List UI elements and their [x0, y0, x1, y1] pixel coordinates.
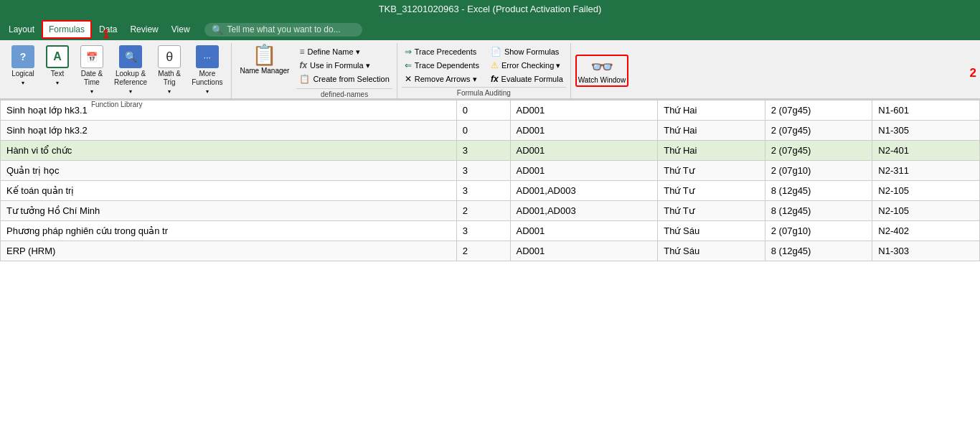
text-dropdown: ▾ — [56, 80, 59, 86]
table-cell: 3 — [456, 141, 510, 161]
table-cell: 0 — [456, 101, 510, 121]
table-row[interactable]: Quản trị học3AD001Thứ Tư2 (07g10)N2-311 — [1, 161, 980, 181]
table-cell: 8 (12g45) — [765, 241, 872, 261]
table-row[interactable]: ERP (HRM)2AD001Thứ Sáu8 (12g45)N1-303 — [1, 241, 980, 261]
menu-layout[interactable]: Layout — [3, 22, 40, 37]
table-cell: 3 — [456, 181, 510, 201]
search-box[interactable]: 🔍 Tell me what you want to do... — [204, 23, 362, 37]
table-cell: N2-311 — [872, 161, 980, 181]
title-text: TKB_31201020963 - Excel (Product Activat… — [379, 4, 602, 14]
create-from-selection-button[interactable]: 📋 Create from Selection — [296, 73, 392, 85]
table-row[interactable]: Phương pháp nghiên cứu trong quản tr3AD0… — [1, 221, 980, 241]
trace-precedents-icon: ⇒ — [405, 47, 412, 57]
table-cell: Quản trị học — [1, 161, 457, 181]
table-row[interactable]: Tư tưởng Hồ Chí Minh2AD001,AD003Thứ Tư8 … — [1, 201, 980, 221]
badge-1: 1 — [103, 27, 109, 42]
datetime-icon: 📅 — [80, 45, 103, 68]
title-bar: TKB_31201020963 - Excel (Product Activat… — [0, 0, 980, 19]
logical-label: Logical — [11, 70, 34, 78]
table-row[interactable]: Kế toán quản trị3AD001,AD003Thứ Tư8 (12g… — [1, 181, 980, 201]
table-cell: Thứ Hai — [658, 121, 765, 141]
trace-dependents-button[interactable]: ⇐ Trace Dependents — [402, 60, 482, 71]
table-row[interactable]: Sinh hoạt lớp hk3.20AD001Thứ Hai2 (07g45… — [1, 121, 980, 141]
table-cell: N1-305 — [872, 121, 980, 141]
table-cell: AD001 — [510, 221, 658, 241]
table-cell: AD001 — [510, 241, 658, 261]
search-placeholder: Tell me what you want to do... — [227, 24, 341, 34]
watch-window-icon: 👓 — [590, 57, 613, 76]
text-label: Text — [51, 70, 64, 78]
watch-window-label: Watch Window — [578, 76, 626, 84]
table-cell: 3 — [456, 221, 510, 241]
define-name-button[interactable]: ≡ Define Name ▾ — [296, 46, 392, 57]
more-icon: ··· — [196, 45, 219, 68]
table-cell: N2-401 — [872, 141, 980, 161]
text-icon: A — [46, 45, 69, 68]
menu-review[interactable]: Review — [124, 22, 164, 37]
table-row[interactable]: Hành vi tổ chức3AD001Thứ Hai2 (07g45)N2-… — [1, 141, 980, 161]
more-functions-button[interactable]: ··· MoreFunctions ▾ — [188, 43, 226, 97]
table-cell: AD001 — [510, 101, 658, 121]
table-cell: Kế toán quản trị — [1, 181, 457, 201]
menu-formulas[interactable]: Formulas — [42, 20, 92, 39]
watch-window-button[interactable]: 👓 Watch Window — [575, 55, 628, 87]
table-cell: 2 — [456, 201, 510, 221]
evaluate-formula-label: Evaluate Formula — [501, 75, 563, 83]
error-checking-label: Error Checking ▾ — [501, 61, 560, 70]
lookup-button[interactable]: 🔍 Lookup &Reference ▾ — [110, 43, 151, 97]
table-cell: N1-303 — [872, 241, 980, 261]
lookup-dropdown: ▾ — [129, 88, 132, 95]
table-cell: 8 (12g45) — [765, 201, 872, 221]
more-label: MoreFunctions — [192, 70, 222, 87]
math-dropdown: ▾ — [168, 88, 171, 95]
more-dropdown: ▾ — [206, 88, 209, 95]
formula-auditing-label: Formula Auditing — [402, 87, 566, 98]
logical-button[interactable]: ? Logical ▾ — [7, 43, 39, 88]
evaluate-formula-icon: fx — [491, 74, 499, 84]
table-cell: AD001 — [510, 121, 658, 141]
math-icon: θ — [158, 45, 181, 68]
table-cell: 2 (07g45) — [765, 101, 872, 121]
table-cell: 2 (07g10) — [765, 161, 872, 181]
use-in-formula-button[interactable]: fx Use in Formula ▾ — [296, 60, 392, 71]
remove-arrows-button[interactable]: ✕ Remove Arrows ▾ — [402, 73, 482, 85]
name-manager-button[interactable]: 📋 Name Manager — [236, 43, 294, 98]
ribbon: ? Logical ▾ A Text ▾ 📅 — [0, 40, 980, 99]
table-cell: Thứ Tư — [658, 161, 765, 181]
name-manager-label: Name Manager — [240, 67, 290, 75]
menu-view[interactable]: View — [166, 22, 196, 37]
table-cell: N1-601 — [872, 101, 980, 121]
math-button[interactable]: θ Math &Trig ▾ — [154, 43, 185, 97]
table-cell: 2 (07g10) — [765, 221, 872, 241]
table-cell: AD001 — [510, 141, 658, 161]
trace-precedents-label: Trace Precedents — [415, 47, 476, 56]
define-name-label: Define Name ▾ — [307, 47, 359, 57]
group-function-library: ? Logical ▾ A Text ▾ 📅 — [3, 43, 232, 98]
table-cell: Sinh hoạt lớp hk3.2 — [1, 121, 457, 141]
table-cell: Hành vi tổ chức — [1, 141, 457, 161]
error-checking-button[interactable]: ⚠ Error Checking ▾ — [488, 60, 566, 71]
table-cell: Thứ Sáu — [658, 241, 765, 261]
logical-dropdown: ▾ — [22, 80, 24, 86]
use-in-formula-icon: fx — [299, 60, 307, 70]
table-cell: 3 — [456, 161, 510, 181]
datetime-button[interactable]: 📅 Date &Time ▾ — [76, 43, 108, 97]
table-cell: N2-105 — [872, 201, 980, 221]
table-cell: 2 (07g45) — [765, 121, 872, 141]
table-cell: Phương pháp nghiên cứu trong quản tr — [1, 221, 457, 241]
table-cell: 2 (07g45) — [765, 141, 872, 161]
trace-precedents-button[interactable]: ⇒ Trace Precedents — [402, 46, 482, 57]
use-in-formula-label: Use in Formula ▾ — [310, 61, 370, 70]
lookup-icon: 🔍 — [119, 45, 142, 68]
table-cell: 8 (12g45) — [765, 181, 872, 201]
text-button[interactable]: A Text ▾ — [42, 43, 73, 88]
trace-dependents-label: Trace Dependents — [415, 61, 479, 70]
table-cell: AD001,AD003 — [510, 181, 658, 201]
evaluate-formula-button[interactable]: fx Evaluate Formula — [488, 73, 566, 85]
table-cell: Thứ Sáu — [658, 221, 765, 241]
datetime-label: Date &Time — [81, 70, 103, 87]
group-defined-names: 📋 Name Manager ≡ Define Name ▾ fx Use in… — [232, 43, 397, 98]
table-cell: N2-105 — [872, 181, 980, 201]
show-formulas-button[interactable]: 📄 Show Formulas — [488, 46, 566, 57]
table-cell: AD001,AD003 — [510, 201, 658, 221]
